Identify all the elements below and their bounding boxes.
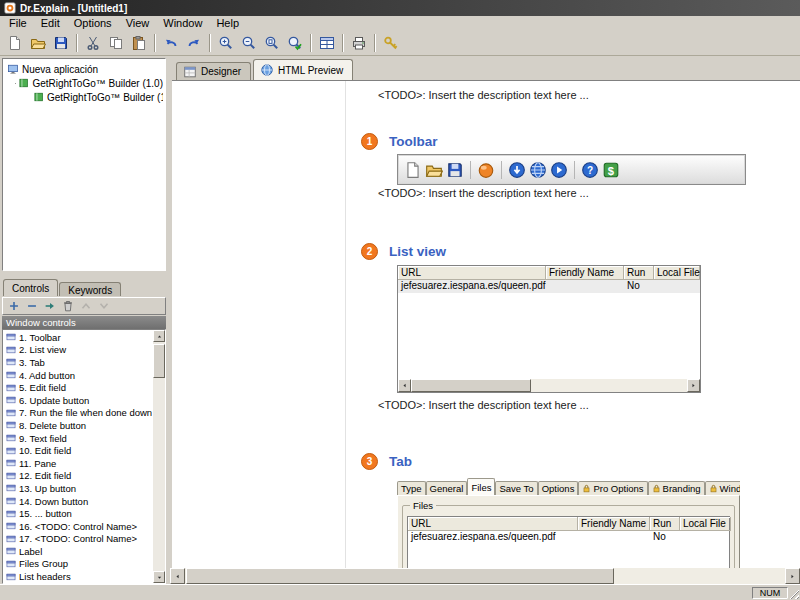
scroll-track[interactable] — [153, 342, 165, 571]
control-list-item[interactable]: 3. Tab — [4, 356, 152, 369]
tab-control-screenshot: Type General Files Save To — [397, 478, 740, 568]
open-folder-icon — [30, 35, 46, 51]
title-bar[interactable]: Dr.Explain - [Untitled1] — [0, 0, 800, 16]
menu-item[interactable]: Edit — [34, 16, 67, 30]
scroll-track[interactable] — [185, 568, 785, 584]
mini-toolbar-button[interactable] — [24, 299, 39, 314]
controls-scrollbar[interactable] — [153, 330, 165, 583]
toolbar-separator — [574, 161, 575, 179]
menu-item[interactable]: Window — [156, 16, 209, 30]
control-icon — [6, 496, 16, 506]
toolbar-button[interactable] — [348, 32, 370, 54]
control-list-item[interactable]: 8. Delete button — [4, 419, 152, 432]
list-column-header: Run — [624, 266, 654, 280]
control-list-item[interactable]: 12. Edit field — [4, 470, 152, 483]
control-list-item[interactable]: 15. ... button — [4, 507, 152, 520]
control-list-item[interactable]: 14. Down button — [4, 495, 152, 508]
control-item-label: 4. Add button — [19, 370, 75, 381]
list-column-header: Friendly Name — [578, 517, 650, 531]
control-list-item[interactable]: 2. List view — [4, 344, 152, 357]
control-list-item[interactable]: 1. Toolbar — [4, 331, 152, 344]
control-icon — [6, 471, 16, 481]
toolbar-button[interactable] — [284, 32, 306, 54]
control-list-item[interactable]: Files Group — [4, 558, 152, 571]
control-list-item[interactable]: 11. Pane — [4, 457, 152, 470]
app-toolbar — [0, 30, 800, 56]
mini-toolbar-button[interactable] — [60, 299, 75, 314]
toolbar-button[interactable] — [215, 32, 237, 54]
cut-icon — [85, 35, 101, 51]
toolbar-button[interactable] — [27, 32, 49, 54]
control-item-label: 3. Tab — [19, 357, 45, 368]
control-list-item[interactable]: 9. Text field — [4, 432, 152, 445]
controls-list-header: Window controls — [2, 316, 166, 329]
control-list-item[interactable]: 5. Edit field — [4, 381, 152, 394]
scroll-right-button[interactable] — [785, 568, 800, 584]
control-list-item[interactable]: List headers — [4, 570, 152, 582]
control-list-item[interactable]: 13. Up button — [4, 482, 152, 495]
control-icon — [6, 509, 16, 519]
list-column-header: URL — [408, 517, 578, 531]
control-list-item[interactable]: 10. Edit field — [4, 444, 152, 457]
toolbar-button[interactable] — [160, 32, 182, 54]
menu-item[interactable]: Help — [209, 16, 246, 30]
document-tab[interactable]: Designer — [176, 62, 251, 80]
menu-item[interactable]: File — [2, 16, 34, 30]
tree-item[interactable]: GetRightToGo™ Builder (1.0) — [31, 90, 163, 104]
new-document-icon — [404, 161, 422, 179]
toolbar-button[interactable] — [82, 32, 104, 54]
resize-grip[interactable] — [787, 587, 799, 599]
toolbar-button[interactable] — [4, 32, 26, 54]
control-list-item[interactable]: 16. <TODO: Control Name> — [4, 520, 152, 533]
control-icon — [6, 433, 16, 443]
undo-icon — [163, 35, 179, 51]
toolbar-button[interactable] — [261, 32, 283, 54]
package-icon — [18, 77, 30, 89]
toolbar-button[interactable] — [128, 32, 150, 54]
scroll-up-button[interactable] — [153, 330, 165, 342]
toolbar-button[interactable] — [105, 32, 127, 54]
toolbar-button[interactable] — [380, 32, 402, 54]
main-horizontal-scrollbar[interactable] — [170, 568, 800, 584]
scroll-thumb[interactable] — [153, 344, 165, 378]
scroll-left-button — [398, 379, 411, 392]
toolbar-separator — [209, 34, 211, 52]
toolbar-separator — [374, 34, 376, 52]
preview-tab: Save To — [495, 481, 537, 495]
tree-root-item[interactable]: Nueva aplicación — [5, 62, 163, 76]
scroll-left-button[interactable] — [170, 568, 185, 584]
key-icon — [383, 35, 399, 51]
mini-toolbar-button[interactable] — [96, 299, 111, 314]
control-list-item[interactable]: 4. Add button — [4, 369, 152, 382]
toolbar-button[interactable] — [50, 32, 72, 54]
control-list-item[interactable]: 7. Run the file when done download... — [4, 407, 152, 420]
control-list-item[interactable]: Label — [4, 545, 152, 558]
tree-item[interactable]: GetRightToGo™ Builder (1.0) — [15, 76, 163, 90]
toolbar-separator — [470, 161, 471, 179]
document-tab[interactable]: HTML Preview — [253, 59, 353, 80]
scroll-thumb[interactable] — [186, 568, 614, 584]
control-list-item[interactable]: 6. Update button — [4, 394, 152, 407]
todo-description-text: <TODO>: Insert the description text here… — [378, 89, 589, 101]
menu-item[interactable]: View — [119, 16, 157, 30]
dollar-icon: $ — [602, 161, 620, 179]
toolbar-button[interactable] — [183, 32, 205, 54]
control-item-label: 5. Edit field — [19, 382, 66, 393]
toolbar-button[interactable] — [316, 32, 338, 54]
menu-bar: FileEditOptionsViewWindowHelp — [0, 16, 800, 30]
toolbar-screenshot: ?$ — [397, 154, 746, 185]
mini-toolbar-button[interactable] — [42, 299, 57, 314]
tree-connector — [15, 83, 16, 84]
menu-item[interactable]: Options — [67, 16, 119, 30]
left-panel-tab[interactable]: Keywords — [59, 282, 121, 296]
control-icon — [6, 559, 16, 569]
cell-url: jefesuarez.iespana.es/queen.pdf — [408, 531, 578, 544]
toolbar-button[interactable] — [238, 32, 260, 54]
scroll-down-button[interactable] — [153, 571, 165, 583]
mini-toolbar-button[interactable] — [78, 299, 93, 314]
control-list-item[interactable]: 17. <TODO: Control Name> — [4, 533, 152, 546]
left-panel-tab[interactable]: Controls — [3, 279, 58, 296]
section-heading-tab: 3 Tab — [361, 453, 412, 470]
mini-toolbar-button[interactable] — [6, 299, 21, 314]
open-folder-icon — [425, 161, 443, 179]
